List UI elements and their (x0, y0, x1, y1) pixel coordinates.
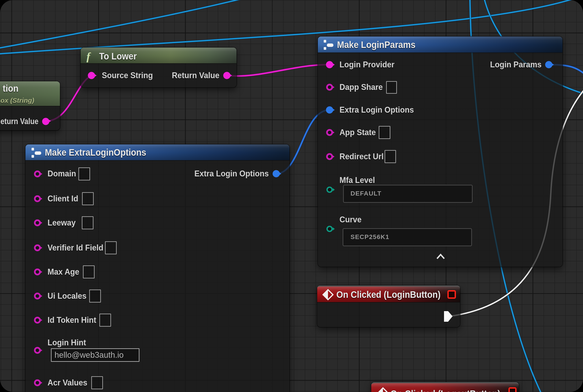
svg-text:f: f (86, 50, 91, 62)
